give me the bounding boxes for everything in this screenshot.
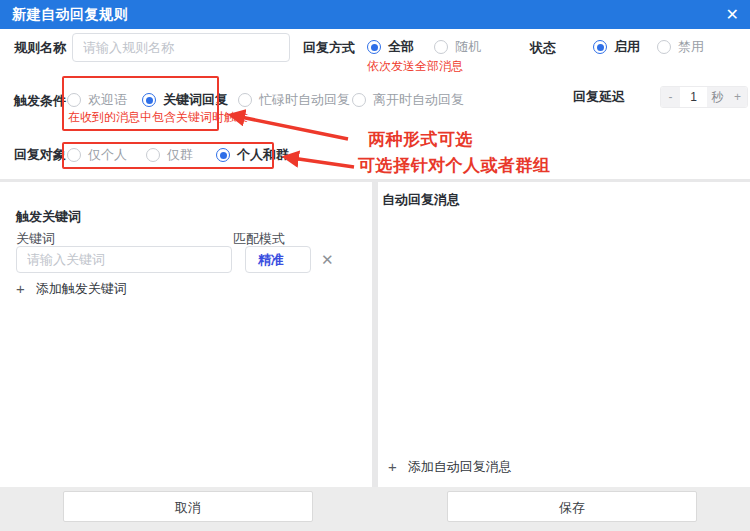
trigger-condition-label: 触发条件 xyxy=(14,94,66,108)
delay-minus-button[interactable]: - xyxy=(661,87,680,107)
save-button[interactable]: 保存 xyxy=(447,491,697,522)
radio-icon xyxy=(216,148,230,162)
messages-panel-title: 自动回复消息 xyxy=(382,193,460,207)
radio-label: 欢迎语 xyxy=(88,93,127,107)
annotation-note-trigger: 两种形式可选 xyxy=(368,131,473,149)
keyword-input[interactable] xyxy=(16,246,232,273)
keyword-label: 关键词 xyxy=(16,232,55,246)
radio-icon xyxy=(67,93,81,107)
radio-label: 仅群 xyxy=(167,148,193,162)
radio-label: 忙碌时自动回复 xyxy=(259,93,350,107)
status-label: 状态 xyxy=(530,41,556,55)
radio-label: 全部 xyxy=(388,40,414,54)
radio-icon xyxy=(593,40,607,54)
cancel-button[interactable]: 取消 xyxy=(63,491,313,522)
reply-mode-label: 回复方式 xyxy=(303,41,355,55)
reply-mode-hint: 依次发送全部消息 xyxy=(367,60,463,73)
new-auto-reply-rule-dialog: 新建自动回复规则 ✕ 规则名称 回复方式 全部 随机 依次发送全部消息 状态 启… xyxy=(0,0,750,531)
trigger-condition-hint: 在收到的消息中包含关键词时触发 xyxy=(68,111,248,124)
radio-icon xyxy=(142,93,156,107)
dialog-footer: 取消 保存 xyxy=(0,487,750,531)
radio-trigger-away-auto-reply[interactable]: 离开时自动回复 xyxy=(352,93,464,107)
radio-icon xyxy=(352,93,366,107)
radio-label: 个人和群 xyxy=(237,148,289,162)
plus-icon: + xyxy=(16,282,25,296)
radio-label: 启用 xyxy=(614,40,640,54)
add-trigger-keyword-button[interactable]: + 添加触发关键词 xyxy=(16,282,127,296)
add-trigger-keyword-label: 添加触发关键词 xyxy=(36,282,127,296)
radio-icon xyxy=(238,93,252,107)
rule-name-label: 规则名称 xyxy=(14,41,66,55)
add-auto-reply-message-label: 添加自动回复消息 xyxy=(408,460,512,474)
radio-label: 禁用 xyxy=(678,40,704,54)
match-mode-value: 精准 xyxy=(258,251,284,269)
radio-reply-mode-all[interactable]: 全部 xyxy=(367,40,414,54)
annotation-note-target: 可选择针对个人或者群组 xyxy=(358,157,551,175)
reply-delay-stepper: - 1 秒 + xyxy=(660,86,748,108)
radio-target-group-only[interactable]: 仅群 xyxy=(146,148,193,162)
keywords-panel-title: 触发关键词 xyxy=(16,210,81,224)
radio-trigger-welcome[interactable]: 欢迎语 xyxy=(67,93,127,107)
match-mode-label: 匹配模式 xyxy=(233,232,285,246)
trigger-keywords-panel xyxy=(0,182,372,487)
radio-trigger-keyword-reply[interactable]: 关键词回复 xyxy=(142,93,228,107)
radio-label: 离开时自动回复 xyxy=(373,93,464,107)
reply-target-label: 回复对象 xyxy=(14,148,66,162)
radio-icon xyxy=(434,40,448,54)
annotation-arrow-trigger xyxy=(231,115,348,139)
reply-delay-label: 回复延迟 xyxy=(573,90,625,104)
remove-keyword-icon[interactable]: ✕ xyxy=(321,252,334,267)
radio-label: 关键词回复 xyxy=(163,93,228,107)
radio-icon xyxy=(657,40,671,54)
radio-status-disabled[interactable]: 禁用 xyxy=(657,40,704,54)
radio-label: 仅个人 xyxy=(88,148,127,162)
delay-plus-button[interactable]: + xyxy=(728,87,747,107)
radio-reply-mode-random[interactable]: 随机 xyxy=(434,40,481,54)
add-auto-reply-message-button[interactable]: + 添加自动回复消息 xyxy=(388,460,512,474)
radio-icon xyxy=(67,148,81,162)
rule-name-input[interactable] xyxy=(72,33,290,62)
dialog-title: 新建自动回复规则 xyxy=(12,6,128,24)
close-icon[interactable]: ✕ xyxy=(726,0,739,29)
radio-target-person-only[interactable]: 仅个人 xyxy=(67,148,127,162)
delay-unit: 秒 xyxy=(707,87,728,107)
match-mode-select[interactable]: 精准 xyxy=(245,246,311,273)
radio-trigger-busy-auto-reply[interactable]: 忙碌时自动回复 xyxy=(238,93,350,107)
delay-value[interactable]: 1 xyxy=(680,87,707,107)
radio-icon xyxy=(367,40,381,54)
radio-icon xyxy=(146,148,160,162)
radio-status-enabled[interactable]: 启用 xyxy=(593,40,640,54)
annotation-arrow-target xyxy=(285,157,354,167)
auto-reply-messages-panel xyxy=(378,182,750,487)
radio-label: 随机 xyxy=(455,40,481,54)
dialog-titlebar: 新建自动回复规则 ✕ xyxy=(0,0,750,29)
radio-target-person-and-group[interactable]: 个人和群 xyxy=(216,148,289,162)
plus-icon: + xyxy=(388,460,397,474)
